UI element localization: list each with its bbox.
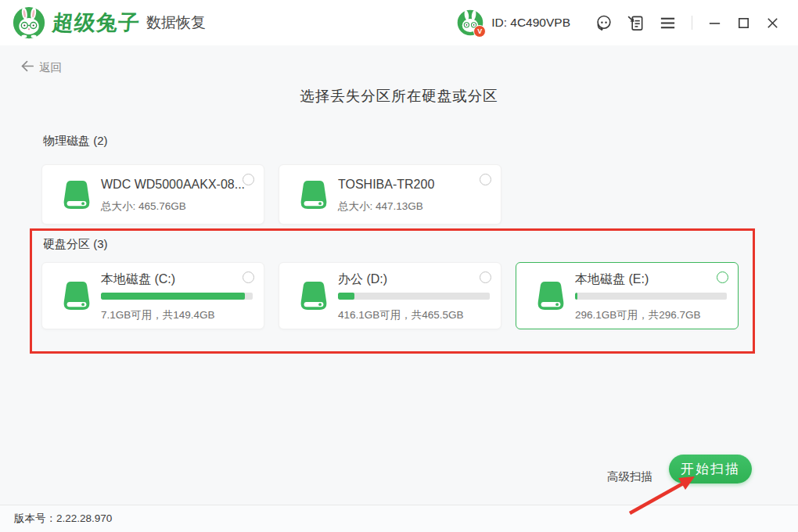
section-label-partitions: 硬盘分区 (3) [43, 237, 108, 252]
partition-title: 本地磁盘 (E:) [575, 271, 649, 288]
usage-bar [101, 293, 253, 300]
back-arrow-icon [20, 59, 39, 75]
usage-bar-fill [101, 293, 245, 300]
titlebar: 超级兔子 数据恢复 V ID: 4C490VPB [0, 0, 798, 46]
radio-button[interactable] [243, 174, 254, 185]
brand-name: 超级兔子 [51, 9, 141, 37]
radio-button[interactable] [480, 271, 491, 283]
disk-size: 总大小: 447.13GB [338, 200, 423, 214]
minimize-button[interactable] [707, 16, 722, 31]
page-title: 选择丢失分区所在硬盘或分区 [0, 86, 798, 106]
app-logo-icon [13, 6, 45, 39]
partition-card-c[interactable]: 本地磁盘 (C:) 7.1GB可用，共149.4GB [41, 262, 264, 329]
disk-size: 总大小: 465.76GB [101, 200, 186, 214]
support-icon[interactable] [595, 14, 613, 32]
feedback-icon[interactable] [627, 14, 645, 32]
app-window: 超级兔子 数据恢复 V ID: 4C490VPB [0, 0, 798, 532]
partition-title: 办公 (D:) [338, 271, 387, 288]
menu-icon[interactable] [659, 14, 677, 32]
titlebar-divider [692, 16, 692, 30]
section-label-physical-disks: 物理磁盘 (2) [43, 134, 108, 149]
back-label: 返回 [39, 60, 62, 75]
brand: 超级兔子 数据恢复 [0, 6, 206, 39]
hard-disk-icon [297, 280, 330, 311]
partition-size: 7.1GB可用，共149.4GB [101, 308, 215, 322]
hard-disk-icon [297, 179, 330, 210]
partition-card-d[interactable]: 办公 (D:) 416.1GB可用，共465.5GB [279, 262, 501, 329]
partition-size: 296.1GB可用，共296.7GB [575, 308, 701, 322]
radio-button[interactable] [480, 174, 491, 185]
disk-title: TOSHIBA-TR200 [338, 178, 434, 192]
maximize-button[interactable] [736, 16, 751, 31]
usage-bar-fill [575, 293, 577, 300]
hard-disk-icon [60, 280, 93, 311]
partition-card-e[interactable]: 本地磁盘 (E:) 296.1GB可用，共296.7GB [516, 262, 739, 329]
back-button[interactable]: 返回 [20, 59, 62, 75]
version-label: 版本号：2.22.28.970 [14, 512, 112, 526]
hard-disk-icon [534, 280, 567, 311]
disk-title: WDC WD5000AAKX-08... [101, 178, 245, 192]
radio-button[interactable] [243, 271, 254, 283]
user-id: ID: 4C490VPB [491, 16, 570, 30]
usage-bar-fill [338, 293, 354, 300]
disk-card-wdc[interactable]: WDC WD5000AAKX-08... 总大小: 465.76GB [41, 164, 264, 225]
content-area: 返回 选择丢失分区所在硬盘或分区 物理磁盘 (2) WDC WD5000AAKX… [0, 45, 798, 532]
usage-bar [575, 293, 727, 300]
advanced-scan-link[interactable]: 高级扫描 [607, 469, 652, 484]
user-avatar[interactable]: V [457, 9, 483, 36]
status-bar: 版本号：2.22.28.970 [0, 505, 798, 532]
vip-badge: V [473, 25, 486, 38]
usage-bar [338, 293, 490, 300]
disk-card-toshiba[interactable]: TOSHIBA-TR200 总大小: 447.13GB [279, 164, 501, 225]
brand-subtitle: 数据恢复 [146, 13, 206, 33]
start-scan-button[interactable]: 开始扫描 [669, 455, 752, 483]
partition-title: 本地磁盘 (C:) [101, 271, 175, 288]
close-button[interactable] [765, 16, 780, 31]
partition-size: 416.1GB可用，共465.5GB [338, 308, 464, 322]
radio-button-selected[interactable] [717, 271, 728, 283]
titlebar-right: V ID: 4C490VPB [457, 9, 798, 36]
hard-disk-icon [60, 179, 93, 210]
